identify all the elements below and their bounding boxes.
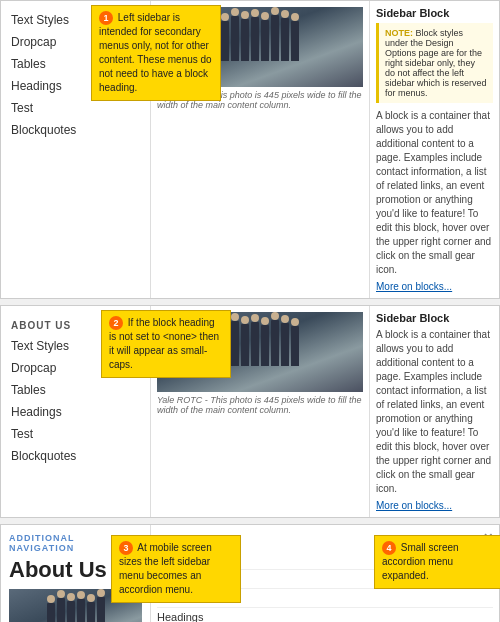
- tooltip-3-text: At mobile screen sizes the left sidebar …: [119, 542, 212, 595]
- sidebar-block-more-link-2[interactable]: More on blocks...: [376, 500, 493, 511]
- section1-sidebar-block: Sidebar Block NOTE: Block styles under t…: [369, 1, 499, 298]
- nav2-item-tables[interactable]: Tables: [1, 379, 150, 401]
- nav-item-blockquotes[interactable]: Blockquotes: [1, 119, 150, 141]
- nav2-item-blockquotes[interactable]: Blockquotes: [1, 445, 150, 467]
- nav2-item-headings[interactable]: Headings: [1, 401, 150, 423]
- tooltip-2-text: If the block heading is not set to <none…: [109, 317, 219, 370]
- tooltip-1-text: Left sidebar is intended for secondary m…: [99, 12, 212, 93]
- sidebar-block-text-2: A block is a container that allows you t…: [376, 328, 493, 496]
- tooltip-4-number: 4: [382, 541, 396, 555]
- tooltip-2-number: 2: [109, 316, 123, 330]
- note-text-1: Block styles under the Design Options pa…: [385, 28, 487, 98]
- section3-inner: 3 At mobile screen sizes the left sideba…: [1, 525, 499, 622]
- section2-panel: 2 If the block heading is not set to <no…: [0, 305, 500, 518]
- section2-sidebar-block: Sidebar Block A block is a container tha…: [369, 306, 499, 517]
- tooltip-3-number: 3: [119, 541, 133, 555]
- right-nav-headings[interactable]: Headings: [157, 608, 493, 622]
- tooltip-2: 2 If the block heading is not set to <no…: [101, 310, 231, 378]
- note-label-1: NOTE:: [385, 28, 413, 38]
- tooltip-1-number: 1: [99, 11, 113, 25]
- section1-panel: 1 Left sidebar is intended for secondary…: [0, 0, 500, 299]
- sidebar-block-title-2: Sidebar Block: [376, 312, 493, 324]
- sidebar-block-text-1: A block is a container that allows you t…: [376, 109, 493, 277]
- sidebar-block-more-link-1[interactable]: More on blocks...: [376, 281, 493, 292]
- note-box-1: NOTE: Block styles under the Design Opti…: [376, 23, 493, 103]
- tooltip-1: 1 Left sidebar is intended for secondary…: [91, 5, 221, 101]
- section2-caption: Yale ROTC - This photo is 445 pixels wid…: [157, 395, 363, 415]
- nav2-item-test[interactable]: Test: [1, 423, 150, 445]
- section3-panel: 3 At mobile screen sizes the left sideba…: [0, 524, 500, 622]
- tooltip-4: 4 Small screen accordion menu expanded.: [374, 535, 500, 589]
- tooltip-3: 3 At mobile screen sizes the left sideba…: [111, 535, 241, 603]
- sidebar-block-title-1: Sidebar Block: [376, 7, 493, 19]
